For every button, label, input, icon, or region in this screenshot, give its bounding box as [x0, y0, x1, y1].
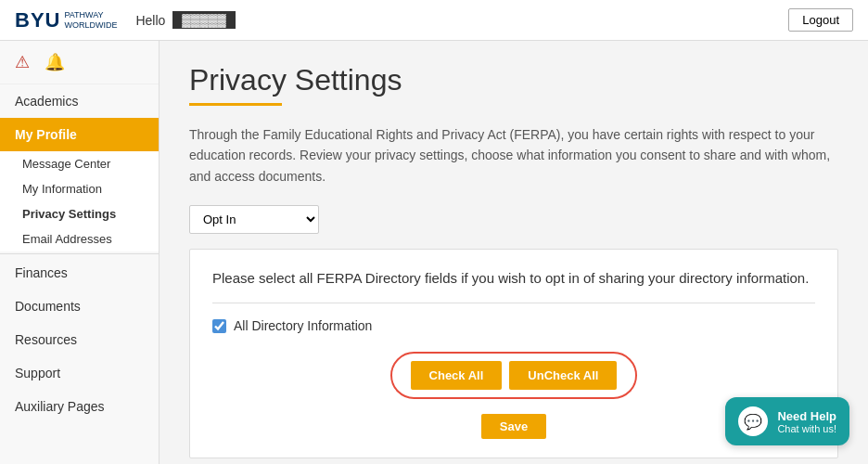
sidebar-sub-item-email-addresses[interactable]: Email Addresses: [0, 226, 159, 251]
sidebar-item-finances[interactable]: Finances: [0, 256, 159, 290]
byu-logo: BYU PATHWAY WORLDWIDE: [15, 8, 117, 32]
chat-widget[interactable]: 💬 Need Help Chat with us!: [725, 397, 849, 445]
save-button[interactable]: Save: [481, 414, 546, 439]
checkbox-row: All Directory Information: [212, 318, 815, 333]
hello-label: Hello: [135, 13, 165, 28]
byu-text: BYU: [15, 8, 60, 32]
chat-text: Need Help Chat with us!: [777, 409, 836, 434]
sidebar-item-documents[interactable]: Documents: [0, 290, 159, 323]
top-bar-left: BYU PATHWAY WORLDWIDE Hello ▓▓▓▓▓: [15, 8, 236, 32]
sidebar-divider-1: [0, 253, 159, 254]
username-display: ▓▓▓▓▓: [172, 11, 235, 29]
check-buttons-wrapper: Check All UnCheck All: [390, 352, 638, 399]
sidebar-item-support[interactable]: Support: [0, 356, 159, 390]
chat-with-us-label: Chat with us!: [777, 423, 836, 434]
alert-icon[interactable]: ⚠: [15, 52, 30, 72]
directory-box-divider: [212, 303, 815, 303]
sidebar-sub-item-privacy-settings[interactable]: Privacy Settings: [0, 201, 159, 226]
directory-box-title: Please select all FERPA Directory fields…: [212, 268, 815, 288]
hello-section: Hello ▓▓▓▓▓: [135, 11, 235, 29]
sidebar-item-auxiliary-pages[interactable]: Auxiliary Pages: [0, 390, 159, 423]
need-help-label: Need Help: [777, 409, 836, 423]
ferpa-description: Through the Family Educational Rights an…: [189, 124, 838, 187]
pathway-text: PATHWAY WORLDWIDE: [64, 10, 117, 31]
all-directory-checkbox[interactable]: [212, 319, 226, 333]
sidebar-item-academics[interactable]: Academics: [0, 84, 159, 118]
chat-icon: 💬: [738, 406, 768, 436]
sidebar-icons: ⚠ 🔔: [0, 41, 159, 84]
chat-bubble-icon: 💬: [744, 413, 762, 431]
page-title: Privacy Settings: [189, 63, 838, 97]
uncheck-all-button[interactable]: UnCheck All: [509, 361, 617, 390]
sidebar: ⚠ 🔔 Academics My Profile Message Center …: [0, 41, 160, 464]
sidebar-sub-item-my-information[interactable]: My Information: [0, 176, 159, 201]
sidebar-sub-item-message-center[interactable]: Message Center: [0, 151, 159, 176]
top-bar: BYU PATHWAY WORLDWIDE Hello ▓▓▓▓▓ Logout: [0, 0, 868, 41]
all-directory-label: All Directory Information: [234, 318, 372, 333]
sidebar-item-my-profile[interactable]: My Profile: [0, 118, 159, 151]
logout-button[interactable]: Logout: [788, 8, 853, 32]
check-buttons-row: Check All UnCheck All: [212, 352, 815, 399]
sidebar-item-resources[interactable]: Resources: [0, 323, 159, 356]
title-underline: [189, 103, 282, 106]
check-all-button[interactable]: Check All: [411, 361, 503, 390]
opt-in-select[interactable]: Opt In Opt Out: [189, 205, 319, 234]
bell-icon[interactable]: 🔔: [45, 52, 65, 72]
